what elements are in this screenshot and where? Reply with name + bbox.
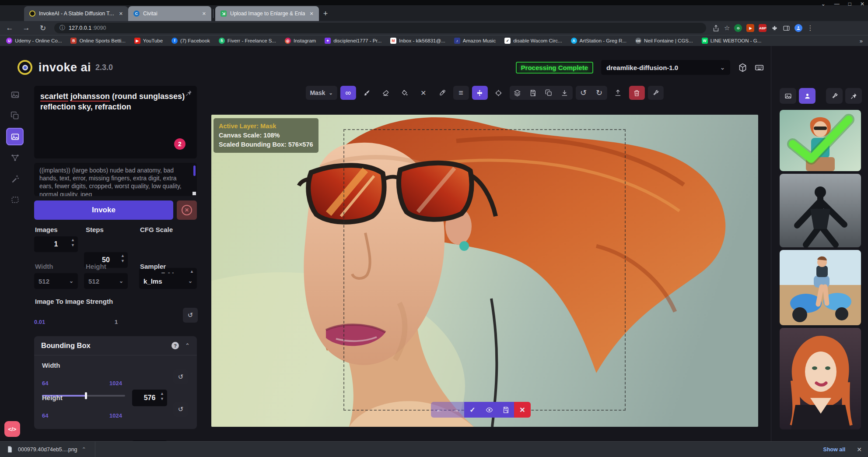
- reset-view-button[interactable]: [491, 86, 507, 100]
- tab-image-to-image[interactable]: [6, 107, 24, 124]
- collapse-chevron-icon[interactable]: ⌃: [185, 342, 190, 349]
- address-bar[interactable]: ⓘ 127.0.0.1 :9090: [54, 23, 706, 33]
- adblock-plus-icon[interactable]: ABP: [759, 24, 766, 32]
- brush-options-button[interactable]: ≡: [453, 86, 469, 100]
- negative-prompt-textarea[interactable]: ((implants)) (large boobs) nude bad anat…: [34, 163, 197, 196]
- cancel-button[interactable]: ✕: [177, 200, 197, 220]
- bookmark-sports[interactable]: BOnline Sports Betti...: [70, 38, 125, 44]
- stepper-arrows[interactable]: ▲▼: [160, 392, 164, 401]
- tab-post-processing[interactable]: [6, 170, 24, 187]
- strength-reset-button[interactable]: ↺: [183, 308, 198, 323]
- tab-close-icon[interactable]: ✕: [118, 10, 124, 18]
- download-item[interactable]: 000979.40d74eb5....png ⌃: [6, 442, 95, 457]
- hotkeys-icon[interactable]: [755, 63, 764, 72]
- previous-image-button[interactable]: ←: [431, 402, 448, 418]
- downloads-close-icon[interactable]: ✕: [857, 446, 862, 453]
- console-toggle-button[interactable]: </>: [4, 421, 20, 437]
- color-picker-button[interactable]: [434, 86, 450, 100]
- gallery-thumbnail[interactable]: [780, 250, 861, 325]
- help-icon[interactable]: ?: [172, 342, 179, 349]
- pin-options-icon[interactable]: [185, 89, 192, 97]
- gallery-images-button[interactable]: [780, 88, 796, 104]
- tab-civitai[interactable]: C Civitai ✕: [128, 6, 211, 21]
- save-to-gallery-button[interactable]: [525, 86, 541, 100]
- bookmark-fiverr[interactable]: fiFiverr - Freelance S...: [219, 38, 276, 44]
- resize-handle[interactable]: [192, 192, 196, 195]
- bookmark-wacom[interactable]: ✓disable Wacom Circ...: [504, 38, 562, 44]
- new-tab-button[interactable]: +: [323, 9, 328, 18]
- tab-unified-canvas[interactable]: [6, 128, 24, 145]
- download-chevron-icon[interactable]: ⌃: [82, 446, 86, 453]
- stepper-arrows[interactable]: ▲▼: [121, 254, 125, 263]
- redo-button[interactable]: ↻: [592, 86, 607, 100]
- show-hide-image-button[interactable]: [481, 402, 497, 418]
- tab-close-icon[interactable]: ✕: [308, 10, 314, 18]
- tab-upload-image[interactable]: ⇲ Upload Image to Enlarge & Enla ✕: [215, 6, 319, 21]
- bookmark-inbox[interactable]: MInbox - klk56831@...: [390, 38, 445, 44]
- prompt-textarea[interactable]: scarlett johansson (round sunglasses) re…: [34, 86, 197, 158]
- next-image-button[interactable]: →: [448, 402, 464, 418]
- back-icon[interactable]: ←: [4, 24, 15, 32]
- extensions-puzzle-icon[interactable]: [771, 25, 778, 32]
- bookmark-disciplenei[interactable]: ✦disciplenei1777 - Pr...: [325, 38, 382, 44]
- bbox-width-input[interactable]: 576 ▲▼: [132, 390, 167, 406]
- fill-bounding-box-button[interactable]: [397, 86, 413, 100]
- bookmark-facebook[interactable]: f(7) Facebook: [172, 38, 210, 44]
- gallery-thumbnail[interactable]: [780, 328, 861, 429]
- bookmark-amazon-music[interactable]: ♪Amazon Music: [454, 38, 496, 44]
- bounding-box-selection[interactable]: [343, 129, 626, 411]
- minimize-icon[interactable]: —: [834, 1, 840, 7]
- tab-training[interactable]: [6, 191, 24, 208]
- invoke-button[interactable]: Invoke: [34, 200, 173, 220]
- profile-avatar[interactable]: [794, 24, 802, 32]
- canvas-image[interactable]: [211, 115, 758, 427]
- gallery-pin-button[interactable]: [845, 88, 862, 104]
- width-select[interactable]: 512⌄: [34, 273, 78, 289]
- images-input[interactable]: 1 ▲▼: [34, 236, 78, 252]
- bookmark-udemy[interactable]: UUdemy - Online Co...: [6, 38, 62, 44]
- bookmark-youtube[interactable]: ▶YouTube: [134, 38, 163, 44]
- model-select[interactable]: dreamlike-diffusion-1.0 ⌄: [601, 60, 730, 75]
- bookmark-instagram[interactable]: ◎Instagram: [285, 38, 316, 44]
- bbox-width-reset-button[interactable]: ↺: [173, 369, 188, 384]
- clear-canvas-button[interactable]: [629, 86, 645, 100]
- tab-close-icon[interactable]: ✕: [201, 10, 207, 18]
- share-icon[interactable]: [712, 25, 720, 32]
- maximize-icon[interactable]: □: [848, 1, 851, 7]
- reload-icon[interactable]: ↻: [38, 24, 48, 33]
- undo-button[interactable]: ↺: [576, 86, 592, 100]
- clear-mask-button[interactable]: ✕: [416, 86, 431, 100]
- extension-green-icon[interactable]: G: [734, 24, 742, 32]
- window-menu-icon[interactable]: ⌄: [821, 1, 826, 7]
- save-staged-image-button[interactable]: [497, 402, 514, 418]
- side-panel-icon[interactable]: [783, 25, 790, 32]
- slider-thumb[interactable]: [85, 392, 87, 399]
- tab-nodes[interactable]: [6, 149, 24, 166]
- layer-select[interactable]: Mask ⌄: [305, 86, 337, 100]
- gallery-settings-button[interactable]: [826, 88, 843, 104]
- copy-to-clipboard-button[interactable]: [541, 86, 557, 100]
- enable-mask-button[interactable]: ∞: [340, 86, 356, 100]
- browser-menu-icon[interactable]: ⋮: [807, 24, 813, 32]
- extension-orange-icon[interactable]: ▶: [746, 24, 754, 32]
- accept-image-button[interactable]: ✓: [464, 402, 481, 418]
- canvas-settings-button[interactable]: [648, 86, 664, 100]
- move-tool-button[interactable]: [472, 86, 488, 100]
- gallery-thumbnail-selected[interactable]: [780, 110, 861, 171]
- upload-image-button[interactable]: [610, 86, 626, 100]
- show-all-downloads-link[interactable]: Show all: [823, 446, 846, 453]
- model-manager-icon[interactable]: [738, 63, 747, 72]
- stepper-arrows[interactable]: ▲▼: [71, 238, 75, 247]
- bounding-box-header[interactable]: Bounding Box ? ⌃: [34, 336, 197, 355]
- bookmark-neil-fontaine[interactable]: coNeil Fontaine | CGS...: [635, 38, 693, 44]
- height-select[interactable]: 512⌄: [84, 273, 128, 289]
- brush-tool-button[interactable]: [359, 86, 375, 100]
- bookmark-artstation[interactable]: AArtStation - Greg R...: [571, 38, 626, 44]
- discard-image-button[interactable]: ✕: [514, 402, 531, 418]
- gallery-thumbnail[interactable]: [780, 174, 861, 247]
- tab-text-to-image[interactable]: [6, 86, 24, 103]
- close-icon[interactable]: ✕: [860, 1, 864, 7]
- bookmark-webtoon[interactable]: WLINE WEBTOON - G...: [702, 38, 762, 44]
- site-info-icon[interactable]: ⓘ: [60, 24, 65, 32]
- download-image-button[interactable]: [557, 86, 573, 100]
